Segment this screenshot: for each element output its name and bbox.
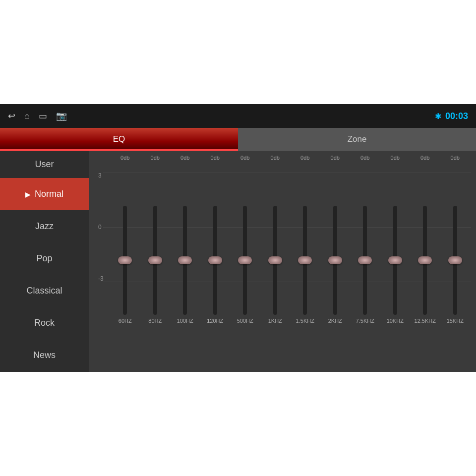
slider-col-1: 80HZ [140, 206, 170, 324]
db-label-1: 0db [140, 155, 170, 161]
db-label-9: 0db [380, 155, 410, 161]
slider-col-9: 10KHZ [380, 206, 410, 324]
sidebar-label-user: User [35, 159, 54, 170]
top-bar-left: ↩ ⌂ ▭ 📷 [8, 111, 67, 121]
grid-line-top [103, 173, 471, 173]
db-label-2: 0db [170, 155, 200, 161]
tab-eq-label: EQ [113, 134, 125, 144]
scale-bot: -3 [98, 276, 104, 282]
sidebar-label-rock: Rock [34, 318, 55, 328]
slider-col-7: 2KHZ [320, 206, 350, 324]
db-label-10: 0db [410, 155, 440, 161]
slider-thumb-2[interactable] [178, 256, 192, 264]
slider-track-11[interactable] [453, 206, 457, 315]
slider-track-3[interactable] [213, 206, 217, 315]
db-label-6: 0db [290, 155, 320, 161]
sidebar-item-rock[interactable]: Rock [0, 307, 89, 339]
slider-thumb-9[interactable] [388, 256, 402, 264]
sidebar-label-normal: Normal [35, 189, 63, 199]
bluetooth-icon: ✱ [435, 112, 441, 121]
top-bar-right: ✱ 00:03 [435, 111, 468, 121]
play-arrow-icon: ▶ [25, 190, 31, 198]
slider-thumb-1[interactable] [148, 256, 162, 264]
slider-thumb-11[interactable] [448, 256, 462, 264]
window-icon[interactable]: ▭ [39, 111, 47, 121]
db-label-7: 0db [320, 155, 350, 161]
slider-col-2: 100HZ [170, 206, 200, 324]
slider-thumb-4[interactable] [238, 256, 252, 264]
sidebar-item-news[interactable]: News [0, 339, 89, 371]
slider-thumb-7[interactable] [328, 256, 342, 264]
sidebar-label-classical: Classical [26, 286, 62, 296]
sidebar-item-classical[interactable]: Classical [0, 275, 89, 307]
db-label-11: 0db [440, 155, 470, 161]
slider-thumb-0[interactable] [118, 256, 132, 264]
sidebar-label-pop: Pop [36, 253, 52, 264]
slider-thumb-6[interactable] [298, 256, 312, 264]
slider-track-10[interactable] [423, 206, 427, 315]
db-label-5: 0db [260, 155, 290, 161]
sidebar-item-user[interactable]: User [0, 151, 89, 178]
db-label-4: 0db [230, 155, 260, 161]
device-frame: ↩ ⌂ ▭ 📷 ✱ 00:03 EQ Zone User ▶ Normal [0, 104, 476, 372]
slider-col-5: 1KHZ [260, 206, 290, 324]
image-icon[interactable]: 📷 [56, 111, 67, 121]
tab-bar: EQ Zone [0, 128, 476, 151]
sidebar-item-pop[interactable]: Pop [0, 242, 89, 275]
slider-col-4: 500HZ [230, 206, 260, 324]
slider-col-6: 1.5KHZ [290, 206, 320, 324]
slider-col-11: 15KHZ [440, 206, 470, 324]
eq-panel: 3 0 -3 0db 0db 0db 0db 0db 0db 0db [89, 151, 476, 372]
slider-thumb-5[interactable] [268, 256, 282, 264]
tab-eq[interactable]: EQ [0, 128, 238, 151]
slider-col-10: 12.5KHZ [410, 206, 440, 324]
tab-zone[interactable]: Zone [238, 128, 476, 151]
db-label-3: 0db [200, 155, 230, 161]
hz-label-10: 12.5KHZ [415, 318, 436, 324]
hz-label-6: 1.5KHZ [296, 318, 314, 324]
sidebar: User ▶ Normal Jazz Pop Classical Rock Ne… [0, 151, 89, 372]
hz-label-0: 60HZ [119, 318, 132, 324]
sidebar-label-jazz: Jazz [35, 221, 54, 232]
hz-label-9: 10KHZ [387, 318, 404, 324]
db-label-8: 0db [350, 155, 380, 161]
sidebar-label-news: News [33, 350, 56, 360]
slider-col-8: 7.5KHZ [350, 206, 380, 324]
slider-track-8[interactable] [363, 206, 367, 315]
slider-thumb-8[interactable] [358, 256, 372, 264]
slider-track-9[interactable] [393, 206, 397, 315]
db-label-0: 0db [110, 155, 140, 161]
slider-track-4[interactable] [243, 206, 247, 315]
slider-track-7[interactable] [333, 206, 337, 315]
hz-label-3: 120HZ [207, 318, 223, 324]
slider-col-0: 60HZ [110, 206, 140, 324]
main-content: User ▶ Normal Jazz Pop Classical Rock Ne… [0, 151, 476, 372]
slider-track-2[interactable] [183, 206, 187, 315]
hz-label-7: 2KHZ [328, 318, 342, 324]
slider-track-1[interactable] [153, 206, 157, 315]
hz-label-2: 100HZ [177, 318, 193, 324]
slider-track-0[interactable] [123, 206, 127, 315]
tab-zone-label: Zone [348, 134, 367, 144]
sidebar-item-normal[interactable]: ▶ Normal [0, 178, 89, 210]
slider-thumb-3[interactable] [208, 256, 222, 264]
db-labels-row: 0db 0db 0db 0db 0db 0db 0db 0db 0db 0db … [110, 155, 470, 161]
sliders-row: 60HZ 80HZ 100HZ [110, 163, 470, 367]
sidebar-item-jazz[interactable]: Jazz [0, 210, 89, 242]
slider-track-5[interactable] [273, 206, 277, 315]
scale-top: 3 [98, 173, 104, 178]
home-icon[interactable]: ⌂ [24, 111, 30, 121]
back-icon[interactable]: ↩ [8, 111, 15, 121]
timer-display: 00:03 [445, 111, 468, 121]
slider-track-6[interactable] [303, 206, 307, 315]
hz-label-11: 15KHZ [447, 318, 464, 324]
slider-col-3: 120HZ [200, 206, 230, 324]
hz-label-8: 7.5KHZ [356, 318, 374, 324]
hz-label-4: 500HZ [237, 318, 253, 324]
top-bar: ↩ ⌂ ▭ 📷 ✱ 00:03 [0, 104, 476, 128]
slider-thumb-10[interactable] [418, 256, 432, 264]
hz-label-1: 80HZ [148, 318, 162, 324]
hz-label-5: 1KHZ [268, 318, 282, 324]
